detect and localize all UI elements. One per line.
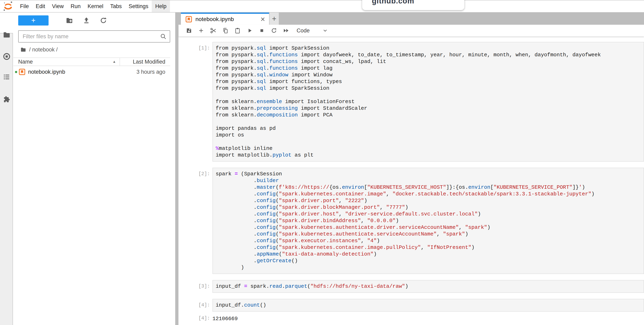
code-line: .config("spark.driver.port", "2222"): [216, 197, 644, 204]
filter-files-box: [18, 30, 170, 43]
code-line: from pyspark.sql.functions import lag: [216, 65, 644, 72]
sidebar-tab-file-browser[interactable]: [2, 31, 11, 39]
menu-bar: File Edit View Run Kernel Tabs Settings …: [0, 0, 644, 13]
fast-forward-icon: [283, 27, 290, 34]
menu-item-help[interactable]: Help: [152, 1, 170, 12]
code-line: from pyspark.sql import functions, types: [216, 78, 644, 85]
cell-type-dropdown[interactable]: Code: [296, 28, 328, 34]
save-button[interactable]: [183, 26, 195, 35]
notebook-cell: [2]:spark = (SparkSession .builder .mast…: [178, 168, 644, 274]
notebook-file-icon: [18, 69, 26, 75]
restart-kernel-button[interactable]: [268, 26, 280, 35]
code-line: from pyspark.sql.functions import concat…: [216, 58, 644, 65]
panel-splitter[interactable]: [175, 13, 178, 325]
jupyter-logo-icon: [3, 1, 13, 12]
run-icon: [246, 27, 253, 34]
code-line: .appName("taxi-data-anomaly-detection"): [216, 251, 644, 257]
notebook-cell: [1]:from pyspark.sql import SparkSession…: [178, 42, 644, 162]
new-folder-icon: [66, 17, 73, 24]
search-icon: [160, 33, 167, 40]
cell-input-row: [4]:input_df.count(): [178, 299, 644, 312]
upload-icon: [82, 17, 90, 24]
browser-popup: github.com: [362, 0, 464, 10]
code-line: [216, 139, 644, 145]
menu-item-view[interactable]: View: [48, 1, 67, 12]
code-line: .config("spark.executor.instances", "4"): [216, 237, 644, 244]
close-icon[interactable]: ×: [260, 16, 266, 22]
sidebar-tab-extension-manager[interactable]: [2, 95, 11, 104]
code-line: from sklearn.preprocessing import Standa…: [216, 105, 644, 112]
menu-item-run[interactable]: Run: [67, 1, 84, 12]
code-line: .getOrCreate(): [216, 257, 644, 264]
code-line: spark = (SparkSession: [216, 171, 644, 177]
code-line: import pandas as pd: [216, 125, 644, 132]
code-cell-input[interactable]: spark = (SparkSession .builder .master(f…: [212, 168, 644, 274]
new-tab-button[interactable]: +: [270, 13, 279, 25]
new-folder-button[interactable]: [65, 16, 74, 25]
cell-input-row: [1]:from pyspark.sql import SparkSession…: [178, 42, 644, 162]
tab-title: notebook.ipynb: [196, 16, 260, 23]
plus-icon: [198, 27, 204, 34]
paste-cells-button[interactable]: [232, 26, 244, 35]
code-line: .config("spark.kubernetes.authenticate.s…: [216, 231, 644, 237]
notebook-scroll-area[interactable]: [1]:from pyspark.sql import SparkSession…: [178, 37, 644, 325]
chevron-down-icon: [322, 28, 328, 34]
file-list-item[interactable]: notebook.ipynb 3 hours ago: [13, 66, 170, 78]
file-modified: 3 hours ago: [65, 69, 170, 75]
breadcrumb-path: / notebook /: [29, 47, 58, 53]
sidebar-tab-running-kernels[interactable]: [2, 52, 11, 61]
menu-item-tabs[interactable]: Tabs: [107, 1, 125, 12]
upload-button[interactable]: [82, 16, 91, 25]
breadcrumb[interactable]: / notebook /: [20, 46, 58, 53]
file-list-header: Name ▲ Last Modified: [13, 58, 170, 66]
code-cell-input[interactable]: from pyspark.sql import SparkSessionfrom…: [212, 42, 644, 162]
code-line: input_df = spark.read.parquet("hdfs://hd…: [216, 283, 644, 290]
code-line: %matplotlib inline: [216, 145, 644, 152]
filter-files-input[interactable]: [18, 34, 160, 40]
run-cell-button[interactable]: [244, 26, 256, 35]
cut-cells-button[interactable]: [207, 26, 219, 35]
dock-tab-bar: notebook.ipynb × +: [178, 13, 644, 25]
refresh-button[interactable]: [99, 16, 108, 25]
cell-type-value: Code: [296, 28, 310, 34]
new-launcher-button[interactable]: +: [18, 16, 48, 26]
running-kernels-icon: [3, 53, 11, 61]
menu-item-edit[interactable]: Edit: [32, 1, 49, 12]
copy-cells-button[interactable]: [219, 26, 232, 35]
code-line: .config("spark.driver.host", "driver-ser…: [216, 211, 644, 217]
menu-item-file[interactable]: File: [16, 1, 32, 12]
sidebar-tab-table-of-contents[interactable]: [2, 73, 11, 81]
code-cell-input[interactable]: input_df.count(): [212, 299, 644, 312]
column-header-name[interactable]: Name ▲: [13, 59, 120, 65]
cell-input-row: [2]:spark = (SparkSession .builder .mast…: [178, 168, 644, 274]
paste-icon: [234, 27, 241, 34]
home-folder-icon: [20, 47, 26, 53]
add-cell-button[interactable]: [195, 26, 207, 35]
cell-input-row: [3]:input_df = spark.read.parquet("hdfs:…: [178, 280, 644, 293]
file-name: notebook.ipynb: [28, 69, 65, 75]
code-line: from pyspark.sql import SparkSession: [216, 45, 644, 52]
code-line: .config("spark.driver.bindAddress", "0.0…: [216, 217, 644, 224]
restart-icon: [271, 27, 277, 34]
column-header-last-modified[interactable]: Last Modified: [120, 58, 170, 66]
restart-run-all-button[interactable]: [280, 26, 292, 35]
code-line: from sklearn.ensemble import IsolationFo…: [216, 98, 644, 105]
code-line: input_df.count(): [216, 302, 644, 308]
sort-ascending-icon: ▲: [112, 60, 116, 64]
code-line: .config("spark.driver.blockManager.port"…: [216, 204, 644, 211]
notebook-file-icon: [185, 16, 192, 23]
execution-count-prompt: [1]:: [178, 42, 212, 162]
code-line: ): [216, 264, 644, 271]
cell-output-row: [4]:12106669: [178, 313, 644, 322]
code-line: import os: [216, 132, 644, 139]
interrupt-kernel-button[interactable]: [256, 26, 268, 35]
save-icon: [186, 27, 192, 34]
code-cell-input[interactable]: input_df = spark.read.parquet("hdfs://hd…: [212, 280, 644, 293]
notebook-cell: [3]:input_df = spark.read.parquet("hdfs:…: [178, 280, 644, 293]
tab-notebook[interactable]: notebook.ipynb ×: [181, 13, 269, 25]
menu-item-kernel[interactable]: Kernel: [84, 1, 107, 12]
execution-count-prompt: [2]:: [178, 168, 212, 274]
running-status-dot: [15, 71, 17, 73]
menu-item-settings[interactable]: Settings: [125, 1, 152, 12]
output-prompt: [4]:: [178, 313, 212, 322]
